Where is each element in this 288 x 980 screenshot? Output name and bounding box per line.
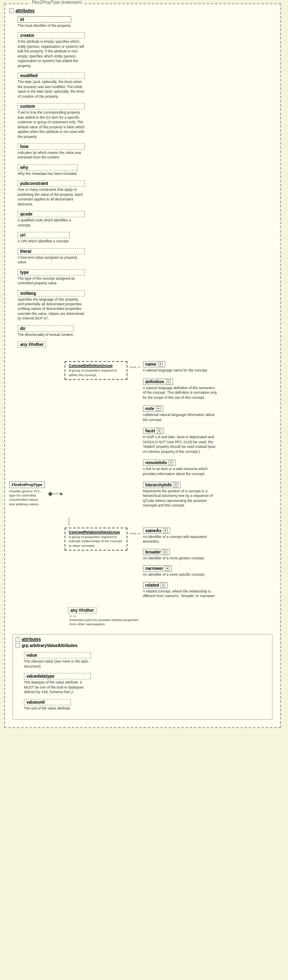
facet-expand-icon[interactable]: + (157, 429, 161, 433)
attr-name-literal: literal (18, 248, 85, 255)
connector-rel: 0..∞ (129, 532, 141, 535)
multiplicity-def: 0..∞ (134, 365, 140, 369)
any-other-desc: Extension point for provider-defined pro… (70, 618, 145, 627)
attributes-header: - attributes (9, 8, 276, 13)
arb-grp-row: - grp arbitraryValueAttributes (16, 643, 270, 648)
concept-item-hierarchyinfo: hierarchyInfo + Represents the position … (143, 482, 218, 508)
attr-name-dir: dir (18, 325, 74, 332)
any-other-label: any ##other (68, 607, 96, 613)
name-expand-icon[interactable]: + (158, 362, 163, 367)
attr-item-modified: modified The date (and, optionally, the … (18, 73, 276, 99)
narrower-expand-icon[interactable]: + (165, 566, 169, 571)
center-right-area: ConceptDefinitionGroup A group of proper… (65, 361, 276, 626)
attr-item-dir: dir The directionality of textual conten… (18, 325, 276, 337)
note-expand-icon[interactable]: + (156, 406, 161, 411)
flex-ext-prop-type-box: FlexExtPropType (9, 481, 45, 488)
mid-connector (69, 517, 276, 526)
arrow-icon (60, 492, 63, 496)
concept-def-row: ConceptDefinitionGroup A group of proper… (65, 361, 276, 512)
rel-item-related: related + A related concept, where the r… (143, 582, 218, 599)
arb-grp-label: grp arbitraryValueAttributes (22, 643, 78, 648)
facet-box: facet + (143, 428, 164, 434)
connector-def: 0..∞ (129, 365, 141, 369)
arb-expand-icon[interactable]: - (16, 637, 20, 642)
attr-name-type: type (18, 269, 85, 276)
flex-ext-prop-type-desc: Flexible generic PCL-type for controlled… (9, 489, 44, 507)
attr-item-how: how Indicates by which means the value w… (18, 143, 276, 160)
concept-item-facet: facet + In NAR 1.8 and later, facet is d… (143, 428, 218, 454)
sameas-box: sameAs + (143, 528, 170, 534)
attr-name-creator: creator (18, 32, 85, 39)
diamond-icon (48, 491, 52, 496)
arb-attr-name-value: value (24, 652, 91, 658)
any-other-multiplicity: 0..∞ (70, 614, 276, 618)
concept-def-group-box: ConceptDefinitionGroup A group of proper… (65, 361, 127, 380)
arb-attributes-header: - attributes (16, 637, 270, 642)
any-other-section: any ##other 0..∞ Extension point for pro… (68, 607, 276, 627)
attributes-label: attributes (16, 8, 35, 13)
attr-name-qcode: qcode (18, 211, 85, 217)
sameas-expand-icon[interactable]: + (163, 528, 168, 533)
arb-attr-value: value The relevant value (see more in th… (24, 652, 270, 669)
top-dashed-title: Flex1PropType (extension) (30, 0, 84, 5)
connector-left (49, 361, 63, 626)
related-box: related + (143, 582, 168, 588)
arb-grp-expand-icon[interactable]: - (16, 643, 20, 648)
attr-name-pubconstraint: pubconstraint (18, 180, 85, 187)
concept-def-group-desc: A group of properties required to define… (69, 369, 123, 377)
broader-box: broader + (143, 549, 170, 555)
attr-rows: id The local identifier of the property.… (18, 15, 276, 354)
multiplicity-rel: 0..∞ (134, 532, 140, 535)
right-def-items: name + A natural language name for the c… (143, 361, 218, 512)
concept-rel-row: ConceptRelationshipsGroup A group of pro… (65, 528, 276, 601)
broader-expand-icon[interactable]: + (163, 550, 167, 554)
rel-item-narrower: narrower + An identifier of a more speci… (143, 565, 218, 577)
attr-name-custom: custom (18, 103, 85, 109)
h-line-1 (52, 494, 60, 494)
note-box: note + (143, 406, 163, 412)
page-wrapper: Flex1PropType (extension) - attributes i… (0, 0, 288, 980)
attr-item-qcode: qcode A qualified code which identifies … (18, 211, 276, 228)
attr-item-pubconstraint: pubconstraint One or many constraints th… (18, 180, 276, 207)
arb-attr-name-valuedatatype: valuedatatype (24, 673, 91, 679)
attr-name-how: how (18, 143, 85, 150)
expand-icon[interactable]: - (9, 8, 14, 13)
concept-item-note: note + Additional natural language infor… (143, 406, 218, 422)
h-line-3 (129, 533, 134, 534)
arb-attr-valueunit: valueunit The unit of the value attribut… (24, 699, 270, 711)
rel-item-broader: broader + An identifier of a more generi… (143, 549, 218, 561)
remoteinfo-expand-icon[interactable]: + (169, 460, 173, 465)
concept-item-remoteinfo: remoteInfo + A link to an item or a web … (143, 460, 218, 476)
concept-item-name: name + A natural language name for the c… (143, 361, 218, 373)
h-line-2 (129, 367, 134, 367)
attr-name-xmllang: xmllang (18, 290, 85, 296)
definition-box: definition + (143, 379, 173, 385)
concept-rel-group-box: ConceptRelationshipsGroup A group of pro… (65, 528, 127, 551)
arb-attributes-label: attributes (22, 637, 41, 642)
definition-expand-icon[interactable]: + (166, 380, 171, 384)
attr-item-id: id The local identifier of the property. (18, 16, 276, 28)
attr-item-type: type The type of the concept assigned as… (18, 269, 276, 286)
hierarchyinfo-expand-icon[interactable]: + (174, 483, 178, 487)
bottom-arb-section: - attributes - grp arbitraryValueAttribu… (13, 634, 272, 720)
remoteinfo-box: remoteInfo + (143, 460, 176, 466)
name-box: name + (143, 361, 165, 367)
attr-item-why: why Why the metadata has been included. (18, 164, 276, 176)
attr-name-any-other: any ##other (18, 341, 46, 348)
concept-rel-group-desc: A group of properties required to indica… (69, 535, 123, 548)
arb-attr-name-valueunit: valueunit (24, 699, 71, 705)
attr-name-id: id (18, 16, 71, 23)
narrower-box: narrower + (143, 565, 172, 572)
arb-attr-rows: value The relevant value (see more in th… (24, 650, 270, 717)
left-label-area: FlexExtPropType Flexible generic PCL-typ… (9, 361, 47, 626)
attr-item-uri: uri A URI which identifies a concept. (18, 232, 276, 244)
attr-name-modified: modified (18, 73, 85, 79)
attr-item-xmllang: xmllang Specifies the language of this p… (18, 290, 276, 321)
middle-section: FlexExtPropType Flexible generic PCL-typ… (9, 361, 276, 631)
related-expand-icon[interactable]: + (161, 583, 165, 587)
attr-item-literal: literal A free-text value assigned as pr… (18, 248, 276, 265)
attr-name-uri: uri (18, 232, 70, 238)
attr-item-any-other: any ##other (18, 341, 276, 348)
right-rel-items: sameAs + An identifier of a concept with… (143, 528, 218, 601)
hierarchyinfo-box: hierarchyInfo + (143, 482, 181, 488)
